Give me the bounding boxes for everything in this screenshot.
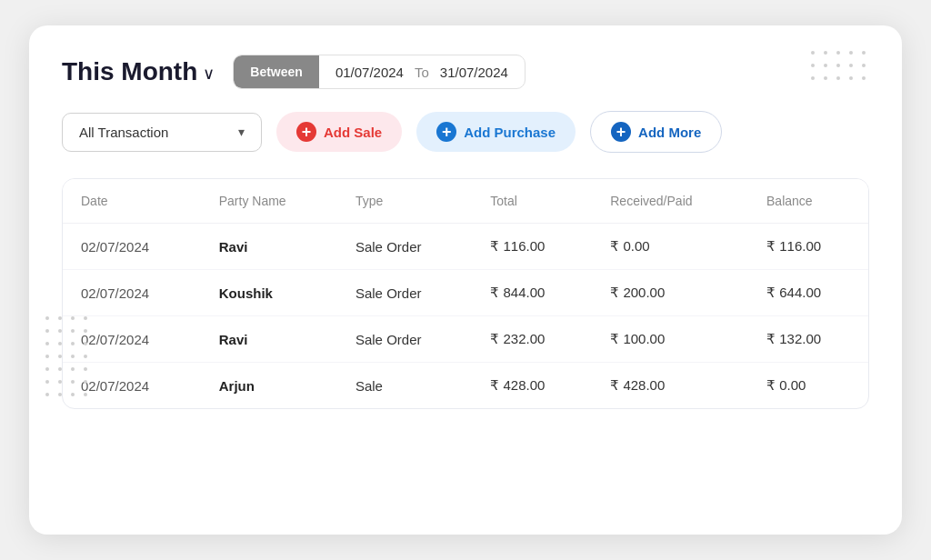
cell-received: ₹ 0.00 — [592, 224, 748, 270]
cell-total: ₹ 844.00 — [472, 270, 592, 316]
col-received: Received/Paid — [592, 179, 748, 224]
plus-icon-more: + — [611, 122, 631, 142]
plus-icon-sale: + — [296, 122, 316, 142]
cell-type: Sale Order — [337, 224, 472, 270]
table-row[interactable]: 02/07/2024RaviSale Order₹ 232.00₹ 100.00… — [63, 316, 868, 363]
date-to[interactable]: 31/07/2024 — [440, 65, 508, 80]
dots-left-decoration — [45, 316, 91, 400]
cell-balance: ₹ 116.00 — [748, 224, 868, 270]
table-row[interactable]: 02/07/2024KoushikSale Order₹ 844.00₹ 200… — [63, 270, 868, 316]
date-from[interactable]: 01/07/2024 — [335, 65, 404, 80]
table-header-row: Date Party Name Type Total Received/Paid… — [63, 179, 868, 224]
cell-type: Sale Order — [337, 316, 472, 363]
cell-balance: ₹ 644.00 — [748, 270, 868, 316]
table-row[interactable]: 02/07/2024RaviSale Order₹ 116.00₹ 0.00₹ … — [63, 224, 868, 270]
col-party: Party Name — [201, 179, 337, 224]
col-total: Total — [472, 179, 592, 224]
col-date: Date — [63, 179, 201, 224]
filter-row: All Transaction ▾ + Add Sale + Add Purch… — [62, 111, 869, 153]
cell-received: ₹ 100.00 — [592, 316, 748, 363]
cell-received: ₹ 428.00 — [592, 363, 748, 409]
between-label: Between — [234, 55, 319, 88]
cell-party: Ravi — [201, 224, 337, 270]
transaction-table: Date Party Name Type Total Received/Paid… — [63, 179, 868, 408]
add-sale-label: Add Sale — [324, 125, 382, 140]
cell-party: Arjun — [201, 363, 337, 409]
cell-date: 02/07/2024 — [63, 224, 201, 270]
add-purchase-button[interactable]: + Add Purchase — [416, 112, 576, 152]
transaction-label: All Transaction — [79, 125, 168, 140]
add-sale-button[interactable]: + Add Sale — [276, 112, 402, 152]
cell-party: Ravi — [201, 316, 337, 363]
chevron-down-icon: ∨ — [203, 64, 215, 84]
cell-total: ₹ 116.00 — [472, 224, 592, 270]
add-purchase-label: Add Purchase — [464, 125, 556, 140]
plus-icon-purchase: + — [436, 122, 456, 142]
to-label: To — [415, 65, 429, 80]
transaction-select[interactable]: All Transaction ▾ — [62, 113, 262, 152]
add-more-label: Add More — [638, 125, 701, 140]
cell-balance: ₹ 0.00 — [748, 363, 868, 409]
date-range-box: Between 01/07/2024 To 31/07/2024 — [233, 55, 526, 89]
cell-total: ₹ 232.00 — [472, 316, 592, 363]
dots-top-right-decoration — [811, 51, 869, 84]
col-type: Type — [337, 179, 472, 224]
cell-received: ₹ 200.00 — [592, 270, 748, 316]
transaction-table-container: Date Party Name Type Total Received/Paid… — [62, 178, 869, 409]
cell-type: Sale — [337, 363, 472, 409]
add-more-button[interactable]: + Add More — [590, 111, 722, 153]
col-balance: Balance — [748, 179, 868, 224]
cell-total: ₹ 428.00 — [472, 363, 592, 409]
cell-party: Koushik — [201, 270, 337, 316]
date-range-inner: 01/07/2024 To 31/07/2024 — [319, 57, 525, 87]
dropdown-icon: ▾ — [238, 125, 245, 139]
month-title: This Month — [62, 57, 197, 86]
table-body: 02/07/2024RaviSale Order₹ 116.00₹ 0.00₹ … — [63, 224, 868, 409]
table-row[interactable]: 02/07/2024ArjunSale₹ 428.00₹ 428.00₹ 0.0… — [63, 363, 868, 409]
cell-balance: ₹ 132.00 — [748, 316, 868, 363]
main-card: This Month ∨ Between 01/07/2024 To 31/07… — [29, 25, 902, 535]
cell-type: Sale Order — [337, 270, 472, 316]
cell-date: 02/07/2024 — [63, 270, 201, 316]
header-row: This Month ∨ Between 01/07/2024 To 31/07… — [62, 55, 869, 89]
month-selector[interactable]: This Month ∨ — [62, 57, 215, 86]
